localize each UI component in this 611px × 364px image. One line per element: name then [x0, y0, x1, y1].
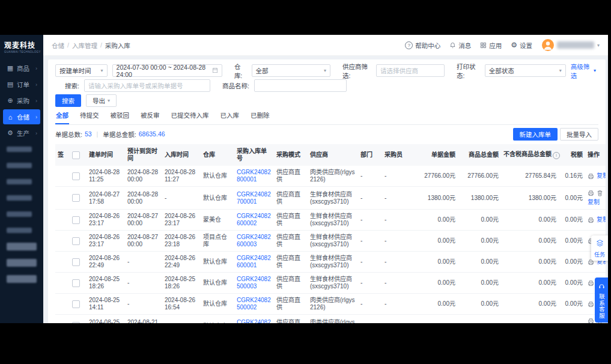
row-checkbox[interactable] — [72, 216, 80, 224]
breadcrumb-item[interactable]: 采购入库 — [105, 41, 130, 50]
order-number-link[interactable]: CGRK24082500001 — [237, 319, 271, 324]
top-action-apps[interactable]: 应用 — [480, 41, 502, 50]
print-status-select[interactable]: 全部状态 ▾ — [485, 64, 566, 77]
sidebar-item-warehouse[interactable]: ⌂仓储› — [3, 109, 40, 124]
tab-2[interactable]: 被驳回 — [110, 109, 130, 123]
create-inbound-button[interactable]: 新建入库单 — [513, 128, 558, 141]
supplier-cell: 生鲜食材供应商(sxscgys3710) — [308, 273, 358, 294]
tab-6[interactable]: 已删除 — [250, 109, 270, 123]
sidebar-item-redacted[interactable] — [3, 142, 40, 157]
sidebar-item-redacted[interactable] — [3, 190, 40, 205]
column-header: 税额 — [559, 144, 585, 166]
print-icon[interactable] — [588, 301, 594, 308]
print-icon[interactable] — [588, 190, 594, 196]
row-checkbox[interactable] — [72, 300, 80, 308]
tax-cell: 0.00元 — [559, 187, 585, 210]
top-action-help-center[interactable]: ?帮助中心 — [405, 41, 440, 50]
sidebar-item-purchase[interactable]: ⊕采购› — [3, 93, 40, 108]
search-input[interactable] — [84, 79, 210, 92]
copy-link[interactable]: 复制 — [597, 172, 606, 180]
delete-icon[interactable] — [597, 190, 603, 196]
copy-link[interactable]: 复制 — [588, 199, 600, 206]
print-icon[interactable] — [588, 280, 594, 287]
supplier-filter-input[interactable] — [376, 64, 445, 77]
row-checkbox[interactable] — [72, 172, 80, 180]
order-number-link[interactable]: CGRK24082500003 — [237, 276, 271, 290]
customer-service-widget[interactable]: 联系客服 — [595, 278, 608, 323]
order-no-cell: CGRK24082600001 — [234, 252, 274, 273]
order-number-link[interactable]: CGRK24082600003 — [237, 234, 271, 247]
sidebar-item-redacted[interactable] — [3, 158, 40, 173]
advanced-filter-link[interactable]: 高级筛选 ▾ — [571, 62, 596, 80]
purchase-icon: ⊕ — [7, 97, 14, 105]
top-action-messages[interactable]: 消息 — [449, 41, 471, 50]
created-time-cell: 2024-08-25 14:11 — [87, 294, 125, 315]
chevron-down-icon: ▾ — [597, 43, 600, 48]
sidebar-item-redacted[interactable] — [3, 239, 40, 254]
tab-1[interactable]: 待提交 — [79, 109, 100, 123]
select-all-checkbox[interactable] — [72, 151, 80, 159]
task-widget[interactable]: 任务 — [591, 235, 608, 261]
top-action-settings[interactable]: ⚙设置 — [511, 41, 532, 50]
sidebar-item-redacted[interactable] — [3, 255, 40, 270]
row-checkbox[interactable] — [72, 279, 80, 287]
export-button[interactable]: 导出 ▾ — [86, 94, 117, 107]
purchase-inbound-panel: 按建单时间 ▾ 2024-07-30 00:00 ~ 2024-08-28 24… — [48, 59, 606, 323]
sidebar-item-orders[interactable]: ▤订单› — [3, 77, 40, 92]
inbound-time-cell: - — [162, 187, 201, 210]
row-checkbox[interactable] — [72, 194, 80, 202]
sidebar-item-production[interactable]: ⚙生产› — [3, 126, 40, 141]
time-type-select[interactable]: 按建单时间 ▾ — [55, 64, 108, 77]
tab-0[interactable]: 全部 — [55, 109, 69, 124]
tab-5[interactable]: 已入库 — [220, 109, 240, 123]
user-menu[interactable]: ▾ — [542, 39, 600, 51]
created-time-cell: 2024-08-26 23:17 — [87, 231, 125, 252]
breadcrumb-item[interactable]: 入库管理 — [72, 41, 97, 50]
copy-link[interactable]: 复制 — [597, 216, 606, 223]
bulk-import-button[interactable]: 批量导入 — [560, 128, 598, 141]
tax-cell: 0.00元 — [559, 294, 585, 315]
sidebar-item-redacted[interactable] — [3, 207, 40, 222]
column-header: 采购入库单号 — [234, 144, 274, 166]
advanced-filter-label: 高级筛选 — [571, 62, 592, 80]
info-icon[interactable]: i — [553, 152, 560, 159]
column-header: 供应商 — [308, 144, 358, 166]
person-icon — [542, 39, 554, 51]
order-number-link[interactable]: CGRK24082600002 — [237, 213, 271, 226]
order-number-link[interactable]: CGRK24082800001 — [237, 169, 271, 183]
order-number-link[interactable]: CGRK24082700001 — [237, 191, 271, 205]
tab-3[interactable]: 被反审 — [140, 109, 160, 123]
search-button[interactable]: 搜索 — [55, 94, 81, 107]
goods-amount-cell: 0.00元 — [458, 210, 501, 231]
sidebar-item-redacted[interactable] — [3, 174, 40, 189]
order-number-link[interactable]: CGRK24082500002 — [237, 297, 271, 311]
checkbox-cell — [70, 252, 87, 273]
total-amount-label: 单据总金额: — [103, 130, 136, 139]
buyer-cell: - — [382, 273, 418, 294]
print-icon[interactable] — [588, 318, 594, 323]
warehouse-select[interactable]: 全部 ▾ — [252, 64, 330, 77]
redacted-label — [7, 259, 37, 267]
sidebar-item-goods[interactable]: ▦商品› — [3, 61, 40, 76]
sidebar-item-redacted[interactable] — [3, 223, 40, 238]
sign-cell — [55, 315, 70, 324]
sidebar-item-redacted[interactable] — [3, 271, 40, 287]
breadcrumb-item[interactable]: 仓储 — [52, 41, 64, 50]
tab-4[interactable]: 已提交待入库 — [171, 109, 210, 123]
redacted-label — [7, 243, 37, 250]
row-checkbox[interactable] — [72, 322, 80, 323]
column-header: 采购员 — [382, 144, 418, 166]
date-range-input[interactable]: 2024-07-30 00:00 ~ 2024-08-28 24:00 — [112, 64, 222, 77]
sign-cell — [55, 252, 70, 273]
buyer-cell: - — [382, 210, 418, 231]
warehouse-icon: ⌂ — [7, 114, 14, 121]
print-icon[interactable] — [588, 173, 594, 180]
order-number-link[interactable]: CGRK24082600001 — [237, 255, 271, 268]
chevron-right-icon: › — [35, 114, 37, 120]
column-header: 操作 — [585, 144, 606, 166]
row-checkbox[interactable] — [72, 258, 80, 266]
print-icon[interactable] — [588, 217, 594, 223]
inbound-orders-table: 签建单时间预计到货时间入库时间仓库采购入库单号采购模式供应商部门采购员单据金额商… — [55, 144, 606, 323]
product-name-input[interactable] — [254, 79, 347, 92]
row-checkbox[interactable] — [72, 237, 80, 245]
